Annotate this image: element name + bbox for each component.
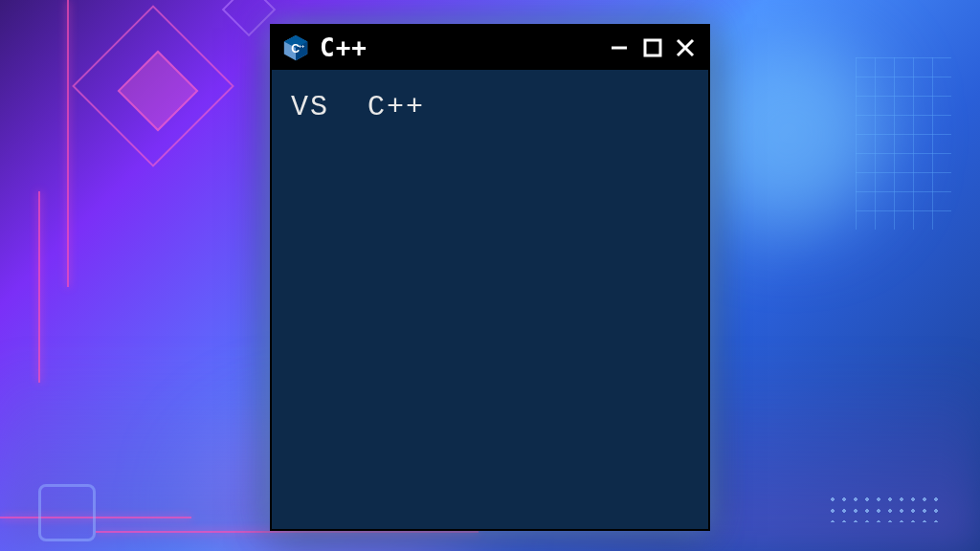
window-titlebar[interactable]: C ++ C++ [272, 26, 708, 70]
svg-rect-6 [645, 40, 660, 55]
maximize-button[interactable] [639, 34, 666, 61]
terminal-content-area[interactable]: VS C++ [272, 70, 708, 529]
window-controls [607, 34, 699, 61]
close-button[interactable] [672, 34, 699, 61]
cpp-logo-icon: C ++ [281, 33, 310, 62]
window-title: C++ [320, 33, 597, 62]
terminal-window: C ++ C++ VS C++ [270, 24, 710, 531]
svg-text:++: ++ [299, 43, 305, 49]
minimize-button[interactable] [607, 34, 634, 61]
terminal-output-text: VS C++ [291, 91, 689, 123]
